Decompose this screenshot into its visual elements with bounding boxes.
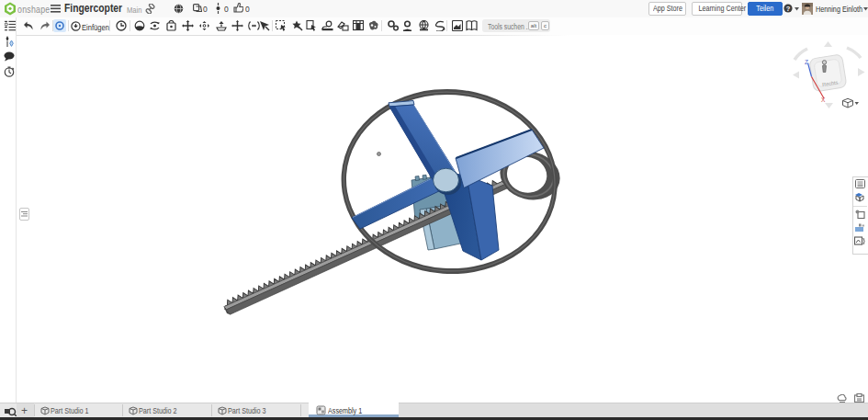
svg-text:Z: Z	[805, 59, 808, 65]
svg-text:X: X	[821, 96, 826, 103]
